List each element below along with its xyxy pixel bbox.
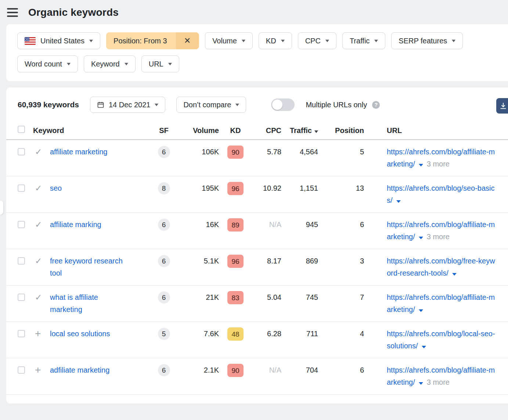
filter-row-secondary: Word countKeywordURL [17, 55, 508, 72]
chevron-down-icon [89, 40, 93, 42]
date-picker-button[interactable]: 14 Dec 2021 [90, 97, 165, 113]
url-link[interactable]: https://ahrefs.com/blog/seo-basics/ [387, 184, 494, 204]
filter-traffic[interactable]: Traffic [342, 32, 385, 49]
row-checkbox[interactable] [18, 221, 25, 228]
cpc-value: 5.04 [252, 291, 281, 304]
keyword-link[interactable]: what is affiliate marketing [50, 293, 98, 313]
serp-features-count-badge: 6 [158, 364, 170, 376]
filters-panel: United StatesPosition: From 3✕VolumeKDCP… [6, 24, 508, 81]
position-value: 4 [318, 328, 364, 340]
volume-value: 106K [175, 146, 219, 158]
volume-value: 195K [175, 182, 219, 194]
url-dropdown-icon[interactable] [419, 382, 423, 385]
url-dropdown-icon[interactable] [419, 164, 423, 166]
url-dropdown-icon[interactable] [419, 309, 423, 312]
url-link[interactable]: https://ahrefs.com/blog/affiliate-market… [387, 293, 495, 313]
row-checkbox[interactable] [18, 294, 25, 301]
keyword-link[interactable]: affiliate marking [50, 220, 101, 229]
column-header-url[interactable]: URL [364, 125, 508, 137]
row-checkbox[interactable] [18, 366, 25, 374]
traffic-value: 704 [281, 364, 318, 376]
filter-kd[interactable]: KD [259, 32, 292, 49]
add-keyword-icon[interactable]: + [35, 364, 41, 376]
menu-icon[interactable] [7, 8, 18, 17]
row-checkbox[interactable] [18, 148, 25, 155]
column-header-position[interactable]: Position [318, 125, 364, 137]
remove-filter-icon[interactable]: ✕ [176, 32, 199, 49]
table-row: +local seo solutions57.6K486.287114https… [6, 322, 508, 358]
page-title: Organic keywords [28, 7, 119, 18]
calendar-icon [97, 101, 104, 108]
filter-label: KD [266, 37, 276, 45]
column-header-sf[interactable]: SF [153, 125, 175, 137]
keyword-link[interactable]: local seo solutions [50, 330, 110, 338]
cpc-value: 8.17 [252, 255, 281, 267]
column-header-traffic[interactable]: Traffic [281, 125, 318, 137]
keyword-link[interactable]: affiliate marketing [50, 148, 107, 156]
traffic-value: 4,564 [281, 146, 318, 158]
column-header-volume[interactable]: Volume [175, 125, 219, 137]
filter-row-primary: United StatesPosition: From 3✕VolumeKDCP… [17, 32, 508, 49]
url-link[interactable]: https://ahrefs.com/blog/free-keyword-res… [387, 257, 495, 277]
export-icon [499, 102, 507, 110]
column-header-kd[interactable]: KD [219, 125, 252, 137]
more-urls-label[interactable]: 3 more [427, 378, 450, 386]
added-check-icon[interactable]: ✓ [35, 182, 42, 194]
column-header-keyword[interactable]: Keyword [32, 125, 153, 137]
us-flag-icon [25, 37, 36, 45]
added-check-icon[interactable]: ✓ [35, 291, 42, 304]
kd-badge: 48 [227, 327, 244, 341]
kd-badge: 89 [227, 218, 244, 231]
row-checkbox[interactable] [18, 330, 25, 337]
toolbar: 60,939 keywords 14 Dec 2021 Don’t compar… [6, 97, 508, 122]
traffic-value: 945 [281, 219, 318, 231]
filter-label: URL [149, 60, 163, 68]
sort-desc-icon [314, 130, 318, 133]
keyword-link[interactable]: adfiliate marketing [50, 366, 109, 374]
chevron-down-icon [374, 40, 378, 42]
multiple-urls-toggle[interactable] [271, 98, 295, 111]
filter-word-count[interactable]: Word count [17, 55, 78, 72]
filter-url[interactable]: URL [141, 55, 179, 72]
row-checkbox[interactable] [18, 257, 25, 265]
compare-label: Don’t compare [183, 101, 231, 109]
url-link[interactable]: https://ahrefs.com/blog/local-seo-soluti… [387, 330, 495, 350]
filter-cpc[interactable]: CPC [298, 32, 336, 49]
volume-value: 16K [175, 219, 219, 231]
added-check-icon[interactable]: ✓ [35, 219, 42, 231]
add-keyword-icon[interactable]: + [35, 328, 41, 339]
row-checkbox[interactable] [18, 184, 25, 192]
help-icon[interactable]: ? [372, 101, 380, 109]
chevron-down-icon [452, 40, 455, 42]
export-button[interactable] [496, 98, 508, 114]
traffic-header-label: Traffic [290, 126, 312, 134]
filter-united-states[interactable]: United States [17, 32, 100, 49]
filter-volume[interactable]: Volume [205, 32, 253, 49]
position-value: 5 [318, 146, 364, 158]
filter-keyword[interactable]: Keyword [84, 55, 136, 72]
url-dropdown-icon[interactable] [452, 273, 457, 276]
url-dropdown-icon[interactable] [396, 200, 401, 203]
cpc-value: N/A [252, 364, 281, 376]
filter-position-from-3[interactable]: Position: From 3✕ [106, 32, 199, 49]
added-check-icon[interactable]: ✓ [35, 146, 42, 158]
position-value: 3 [318, 255, 364, 267]
added-check-icon[interactable]: ✓ [35, 255, 42, 267]
more-urls-label[interactable]: 3 more [427, 160, 450, 168]
compare-dropdown[interactable]: Don’t compare [176, 97, 246, 113]
table-header: Keyword SF Volume KD CPC Traffic Positio… [6, 122, 508, 140]
filter-label: SERP features [399, 37, 447, 45]
url-dropdown-icon[interactable] [422, 346, 426, 348]
filter-label: Keyword [91, 60, 120, 68]
keyword-link[interactable]: seo [50, 184, 62, 192]
volume-value: 5.1K [175, 255, 219, 267]
more-urls-label[interactable]: 3 more [427, 233, 450, 241]
column-header-cpc[interactable]: CPC [252, 125, 281, 137]
table-row: ✓free keyword research tool65.1K968.1786… [6, 249, 508, 286]
filter-serp-features[interactable]: SERP features [391, 32, 463, 49]
keyword-link[interactable]: free keyword research tool [50, 257, 123, 277]
keywords-panel: 60,939 keywords 14 Dec 2021 Don’t compar… [6, 87, 508, 403]
select-all-checkbox[interactable] [18, 126, 25, 133]
filter-label: Volume [212, 37, 237, 45]
url-dropdown-icon[interactable] [419, 237, 423, 239]
